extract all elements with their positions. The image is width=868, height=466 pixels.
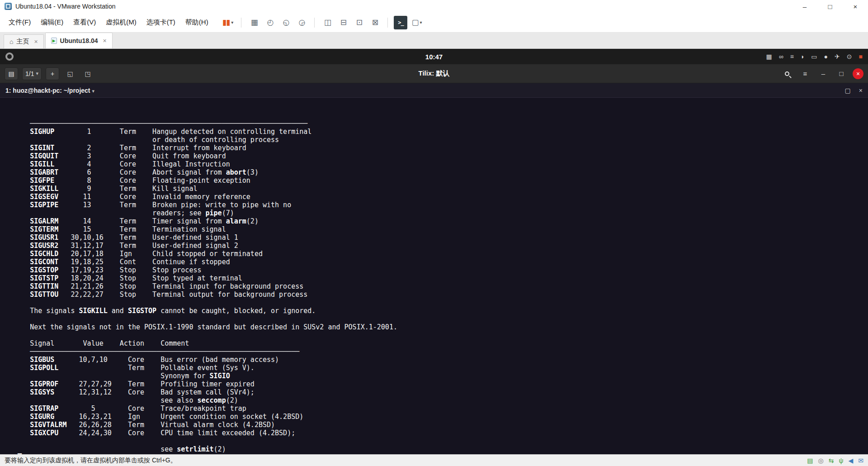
tilix-maximize-button[interactable]: □ bbox=[835, 67, 848, 80]
tilix-minimize-button[interactable]: – bbox=[816, 67, 830, 80]
tab-ubuntu[interactable]: ▶Ubuntu18.04× bbox=[45, 33, 113, 48]
session-close-icon[interactable]: × bbox=[859, 87, 863, 94]
toolbar-separator bbox=[241, 18, 241, 28]
tab-bar: ⌂主页×▶Ubuntu18.04× bbox=[0, 33, 868, 49]
files-icon[interactable]: ▭ bbox=[811, 53, 817, 60]
vm-toolbar: ▮▮▾▦◴◵◶◫⊟⊡⊠>_▢▾ bbox=[221, 16, 424, 29]
manage-snapshots-icon: ◶ bbox=[298, 18, 305, 27]
window-titlebar: Ubuntu18.04 - VMware Workstation – □ × bbox=[0, 0, 868, 13]
notification-icon[interactable]: ● bbox=[824, 53, 828, 60]
terminal-line: SIGTTOU 22,22,27 Stop Terminal output fo… bbox=[5, 290, 868, 299]
suspend-button[interactable]: ▮▮▾ bbox=[221, 16, 236, 29]
terminal-session-bar: 1: huoz@hackt-pc: ~/project▾ ▢ × bbox=[0, 83, 868, 98]
show-library-button[interactable]: ◫ bbox=[321, 16, 334, 29]
status-message: 要将输入定向到该虚拟机，请在虚拟机内部单击或按 Ctrl+G。 bbox=[5, 456, 177, 465]
hard-disk-icon[interactable]: ▤ bbox=[807, 457, 813, 464]
menu-vm[interactable]: 虚拟机(M) bbox=[101, 15, 142, 29]
chevron-down-icon: ▾ bbox=[231, 20, 233, 25]
take-snapshot-button[interactable]: ◴ bbox=[263, 16, 277, 29]
toolbar-separator bbox=[314, 18, 315, 28]
revert-snapshot-button[interactable]: ◵ bbox=[279, 16, 292, 29]
show-thumbnail-bar-button[interactable]: ⊡ bbox=[352, 16, 366, 29]
close-button[interactable]: × bbox=[843, 0, 868, 13]
terminal-line: SIGALRM 14 Term Timer signal from alarm(… bbox=[5, 217, 868, 225]
terminal-line: SIGURG 16,23,21 Ign Urgent condition on … bbox=[5, 413, 868, 421]
revert-snapshot-icon: ◵ bbox=[283, 18, 289, 27]
night-light-icon[interactable]: ◗ bbox=[801, 53, 804, 60]
search-icon[interactable] bbox=[780, 67, 794, 80]
terminal-line: SIGTRAP 5 Core Trace/breakpoint trap bbox=[5, 404, 868, 413]
split-right-icon[interactable]: ◳ bbox=[81, 67, 94, 80]
menu-edit[interactable]: 编辑(E) bbox=[36, 15, 68, 29]
tab-close-icon[interactable]: × bbox=[103, 37, 107, 44]
tab-home[interactable]: ⌂主页× bbox=[4, 34, 44, 48]
menu-file[interactable]: 文件(F) bbox=[4, 15, 36, 29]
session-title[interactable]: 1: huoz@hackt-pc: ~/project▾ bbox=[5, 87, 94, 94]
home-icon: ⌂ bbox=[9, 38, 13, 45]
terminal-line: see setrlimit(2) bbox=[5, 445, 868, 453]
terminal-line: SIGSYS 12,31,12 Core Bad system call (SV… bbox=[5, 388, 868, 396]
terminal-line: SIGSEGV 11 Core Invalid memory reference bbox=[5, 193, 868, 201]
chevron-down-icon: ▾ bbox=[420, 20, 422, 25]
session-title-text: 1: huoz@hackt-pc: ~/project bbox=[5, 87, 90, 94]
terminal-line: SIGTTIN 21,21,26 Stop Terminal input for… bbox=[5, 282, 868, 290]
clock[interactable]: 10:47 bbox=[0, 53, 868, 61]
session-maximize-icon[interactable]: ▢ bbox=[845, 87, 851, 94]
maximize-button[interactable]: □ bbox=[817, 0, 843, 13]
terminal-line bbox=[5, 315, 868, 323]
vmware-workstation-window: Ubuntu18.04 - VMware Workstation – □ × 文… bbox=[0, 0, 868, 466]
console-button[interactable]: >_ bbox=[394, 16, 407, 29]
sidebar-toggle-icon[interactable]: ▤ bbox=[5, 67, 18, 80]
window-title: Ubuntu18.04 - VMware Workstation bbox=[15, 3, 116, 10]
new-session-button[interactable]: + bbox=[46, 67, 59, 80]
console-view-button[interactable]: ⊟ bbox=[336, 16, 350, 29]
keyboard-layout-icon[interactable]: ▦ bbox=[766, 53, 772, 60]
terminal-line: SIGTSTP 18,20,24 Stop Stop typed at term… bbox=[5, 274, 868, 282]
tilix-close-button[interactable]: × bbox=[853, 68, 863, 79]
record-icon[interactable]: ■ bbox=[859, 53, 863, 60]
terminal-line: see also seccomp(2) bbox=[5, 396, 868, 404]
session-switcher[interactable]: 1/1▾ bbox=[22, 67, 42, 80]
cd-rom-icon[interactable]: ◎ bbox=[818, 457, 824, 464]
unity-mode-button[interactable]: ⊠ bbox=[368, 16, 382, 29]
take-snapshot-icon: ◴ bbox=[267, 18, 273, 27]
menu-icon[interactable]: ≡ bbox=[790, 53, 794, 60]
terminal-line: readers; see pipe(7) bbox=[5, 209, 868, 217]
console-view-icon: ⊟ bbox=[340, 18, 346, 27]
terminal-line: SIGUSR2 31,12,17 Term User-defined signa… bbox=[5, 242, 868, 250]
tab-close-icon[interactable]: × bbox=[34, 38, 38, 45]
fullscreen-button[interactable]: ▢▾ bbox=[410, 16, 424, 29]
menu-tab[interactable]: 选项卡(T) bbox=[142, 15, 180, 29]
power-icon[interactable]: ⊙ bbox=[847, 53, 852, 60]
minimize-button[interactable]: – bbox=[792, 0, 817, 13]
tab-label: 主页 bbox=[16, 38, 29, 46]
ctrl-alt-del-button[interactable]: ▦ bbox=[247, 16, 261, 29]
window-controls: – □ × bbox=[792, 0, 868, 13]
terminal-line bbox=[5, 437, 868, 445]
network-adapter-icon[interactable]: ⇆ bbox=[829, 457, 834, 464]
manage-snapshots-button[interactable]: ◶ bbox=[295, 16, 308, 29]
terminal-line: ────────────────────────────────────────… bbox=[5, 119, 868, 128]
terminal-line: SIGSTOP 17,19,23 Stop Stop process bbox=[5, 266, 868, 274]
gnome-top-bar: 10:47 ▦∞≡◗▭●✈⊙■ bbox=[0, 49, 868, 64]
terminal-output[interactable]: ────────────────────────────────────────… bbox=[0, 98, 868, 454]
split-down-icon[interactable]: ◱ bbox=[63, 67, 77, 80]
terminal-line: Signal Value Action Comment bbox=[5, 339, 868, 347]
terminal-line: SIGILL 4 Core Illegal Instruction bbox=[5, 160, 868, 168]
sound-icon[interactable]: ◀ bbox=[848, 457, 853, 464]
message-log-icon[interactable]: ✉ bbox=[858, 457, 863, 464]
unity-mode-icon: ⊠ bbox=[372, 18, 378, 27]
console-icon: >_ bbox=[398, 19, 403, 26]
hamburger-menu-icon[interactable]: ≡ bbox=[798, 67, 812, 80]
menu-view[interactable]: 查看(V) bbox=[68, 15, 101, 29]
terminal-line: SIGPOLL Term Pollable event (Sys V). bbox=[5, 364, 868, 372]
tilix-right-controls: ≡ – □ × bbox=[780, 67, 863, 80]
chevron-down-icon: ▾ bbox=[36, 71, 38, 76]
usb-icon[interactable]: ψ bbox=[839, 457, 844, 464]
menu-help[interactable]: 帮助(H) bbox=[180, 15, 213, 29]
terminal-line: SIGXCPU 24,24,30 Core CPU time limit exc… bbox=[5, 429, 868, 437]
terminal-line: SIGINT 2 Term Interrupt from keyboard bbox=[5, 144, 868, 152]
device-tray: ▤◎⇆ψ◀✉ bbox=[807, 457, 863, 464]
link-icon[interactable]: ∞ bbox=[779, 53, 783, 60]
airplane-mode-icon[interactable]: ✈ bbox=[835, 53, 840, 60]
